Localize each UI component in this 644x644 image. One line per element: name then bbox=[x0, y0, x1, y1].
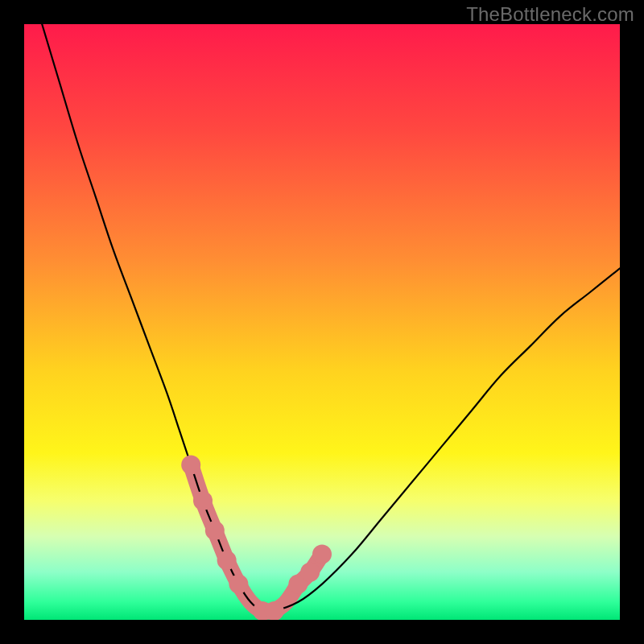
highlight-dot bbox=[229, 575, 248, 594]
highlight-dot bbox=[312, 545, 332, 564]
highlight-dot bbox=[181, 456, 200, 475]
highlight-dot bbox=[217, 551, 237, 570]
highlight-dot bbox=[265, 601, 284, 620]
highlight-dot bbox=[300, 563, 320, 582]
gradient-background bbox=[24, 24, 620, 620]
highlight-dot bbox=[193, 491, 213, 510]
plot-area bbox=[24, 24, 620, 620]
image-frame: TheBottleneck.com bbox=[0, 0, 644, 644]
chart-svg bbox=[24, 24, 620, 620]
watermark-text: TheBottleneck.com bbox=[466, 3, 634, 26]
highlight-dot bbox=[205, 521, 225, 540]
